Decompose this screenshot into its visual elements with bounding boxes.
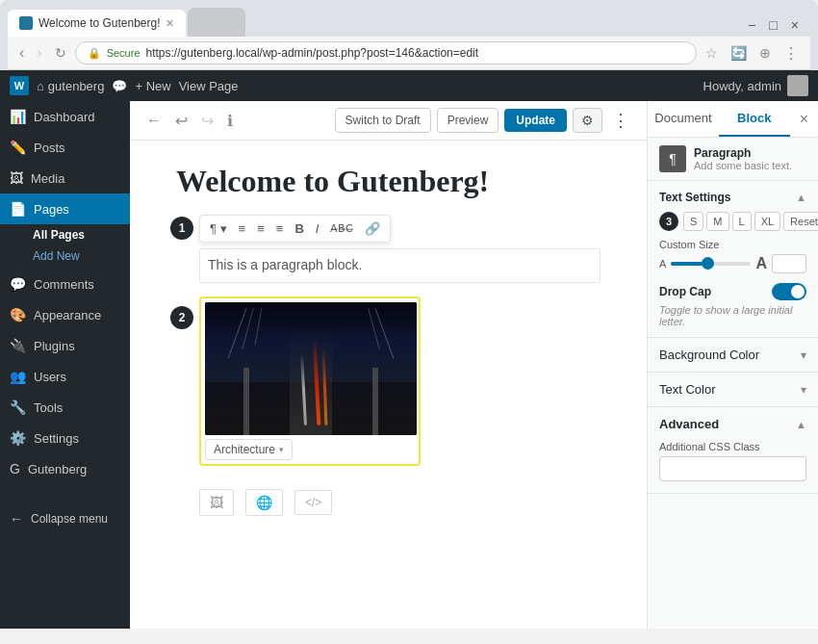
add-block-row: 🖼 🌐 </> (199, 489, 601, 516)
admin-bar-comments[interactable]: 💬 (112, 79, 127, 93)
menu-button[interactable]: ⋮ (780, 42, 803, 64)
custom-size-row: A A (659, 254, 806, 273)
sidebar-item-users[interactable]: 👥 Users (0, 361, 130, 392)
bookmark-button[interactable]: ☆ (702, 43, 722, 63)
advanced-section: Advanced ▲ Additional CSS Class (648, 407, 818, 494)
sidebar-item-comments[interactable]: 💬 Comments (0, 269, 130, 299)
align-left-button[interactable]: ≡ (234, 219, 251, 239)
text-settings-title: Text Settings (659, 191, 730, 204)
info-button[interactable]: ℹ (224, 109, 236, 133)
size-xl-button[interactable]: XL (754, 212, 780, 231)
tab-close-icon[interactable]: × (166, 15, 174, 31)
comments-icon: 💬 (10, 276, 26, 292)
image-caption[interactable]: Architecture ▾ (205, 439, 293, 460)
size-l-button[interactable]: L (732, 212, 752, 231)
paragraph-type-button[interactable]: ¶ ▾ (205, 219, 232, 239)
tab-block[interactable]: Block (719, 101, 790, 137)
tools-icon: 🔧 (10, 399, 26, 415)
address-bar[interactable]: 🔒 Secure https://gutenberg.local/wp-admi… (75, 41, 697, 64)
back-to-dashboard-button[interactable]: ← (143, 109, 165, 132)
drop-cap-toggle[interactable] (772, 283, 806, 300)
add-image-block-button[interactable]: 🖼 (199, 489, 234, 516)
paragraph-block[interactable]: This is a paragraph block. (199, 248, 601, 283)
admin-bar-new[interactable]: + New (135, 79, 170, 93)
media-icon: 🖼 (10, 170, 23, 186)
align-right-button[interactable]: ≡ (271, 219, 289, 239)
text-color-section: Text Color ▾ (648, 373, 818, 407)
italic-button[interactable]: I (311, 219, 324, 239)
image-content (205, 302, 417, 435)
image-block[interactable]: Architecture ▾ (199, 296, 421, 466)
block-type-icon: ¶ (659, 145, 686, 172)
sidebar-item-gutenberg[interactable]: G Gutenberg (0, 453, 130, 484)
sidebar-item-posts[interactable]: ✏️ Posts (0, 132, 130, 163)
browser-toolbar: ‹ › ↻ 🔒 Secure https://gutenberg.local/w… (8, 37, 810, 70)
admin-bar-site[interactable]: ⌂ gutenberg (37, 79, 104, 93)
sidebar-item-tools[interactable]: 🔧 Tools (0, 392, 130, 423)
wp-logo[interactable]: W (10, 76, 29, 95)
refresh-icon[interactable]: 🔄 (727, 43, 751, 63)
back-button[interactable]: ‹ (15, 42, 28, 64)
post-title[interactable]: Welcome to Gutenberg! (176, 164, 601, 199)
right-panel: Document Block × ¶ Paragraph Add some ba… (647, 101, 818, 629)
font-size-input[interactable] (772, 254, 806, 273)
minimize-button[interactable]: − (744, 17, 759, 33)
tab-favicon (19, 16, 33, 30)
reset-size-button[interactable]: Reset (783, 212, 818, 231)
sidebar-item-media[interactable]: 🖼 Media (0, 163, 130, 193)
forward-button[interactable]: › (33, 42, 45, 64)
drop-cap-row: Drop Cap (659, 283, 806, 300)
sidebar-sub-add-new[interactable]: Add New (0, 245, 130, 269)
background-color-header[interactable]: Background Color ▾ (648, 338, 818, 372)
sidebar-item-dashboard[interactable]: 📊 Dashboard (0, 101, 130, 132)
add-html-block-button[interactable]: </> (294, 490, 332, 515)
custom-size-label: Custom Size (659, 239, 806, 250)
admin-bar-howdy: Howdy, admin (703, 75, 808, 96)
sidebar-item-plugins[interactable]: 🔌 Plugins (0, 330, 130, 361)
font-size-slider[interactable] (671, 262, 751, 266)
secure-label: Secure (107, 47, 141, 59)
gutenberg-icon: G (10, 461, 20, 477)
reload-button[interactable]: ↻ (51, 43, 70, 63)
sidebar-item-collapse[interactable]: ← Collapse menu (0, 503, 130, 534)
settings-gear-button[interactable]: ⚙ (573, 108, 602, 133)
editor-content: Welcome to Gutenberg! 1 ¶ ▾ ≡ ≡ ≡ B I A̶… (130, 141, 647, 629)
sidebar-item-pages[interactable]: 📄 Pages (0, 193, 130, 224)
browser-tab-inactive[interactable] (188, 8, 245, 37)
users-icon: 👥 (10, 369, 26, 384)
step2-badge: 2 (170, 306, 193, 329)
paragraph-content: This is a paragraph block. (208, 257, 362, 272)
browser-tab-active[interactable]: Welcome to Gutenberg! × (8, 10, 186, 37)
pages-icon: 📄 (10, 201, 26, 217)
admin-bar-view-page[interactable]: View Page (179, 79, 239, 93)
advanced-header[interactable]: Advanced ▲ (648, 407, 818, 441)
extensions-button[interactable]: ⊕ (755, 43, 775, 63)
css-class-input[interactable] (659, 456, 806, 481)
sidebar-sub-all-pages[interactable]: All Pages (0, 224, 130, 245)
update-button[interactable]: Update (504, 109, 567, 132)
close-button[interactable]: × (787, 17, 803, 33)
drop-cap-hint: Toggle to show a large initial letter. (659, 304, 806, 327)
link-button[interactable]: 🔗 (360, 219, 385, 239)
sidebar-item-settings[interactable]: ⚙️ Settings (0, 423, 130, 453)
maximize-button[interactable]: □ (765, 17, 780, 33)
preview-button[interactable]: Preview (437, 108, 499, 133)
bold-button[interactable]: B (290, 219, 308, 239)
panel-close-button[interactable]: × (790, 103, 818, 136)
text-color-header[interactable]: Text Color ▾ (648, 373, 818, 406)
redo-button[interactable]: ↪ (198, 109, 217, 133)
sidebar-item-appearance[interactable]: 🎨 Appearance (0, 299, 130, 330)
size-s-button[interactable]: S (683, 212, 703, 231)
size-buttons-row: 3 S M L XL Reset (659, 212, 806, 231)
editor-toolbar: ← ↩ ↪ ℹ Switch to Draft Preview Update ⚙… (130, 101, 647, 141)
dashboard-icon: 📊 (10, 109, 26, 124)
text-settings-collapse-icon[interactable]: ▲ (796, 192, 806, 203)
undo-button[interactable]: ↩ (172, 109, 191, 133)
add-embed-block-button[interactable]: 🌐 (245, 489, 283, 516)
more-options-button[interactable]: ⋮ (608, 110, 633, 131)
align-center-button[interactable]: ≡ (252, 219, 269, 239)
switch-to-draft-button[interactable]: Switch to Draft (335, 108, 431, 133)
size-m-button[interactable]: M (706, 212, 729, 231)
strikethrough-button[interactable]: A̶B̶C̶ (325, 219, 358, 238)
tab-document[interactable]: Document (648, 101, 719, 137)
